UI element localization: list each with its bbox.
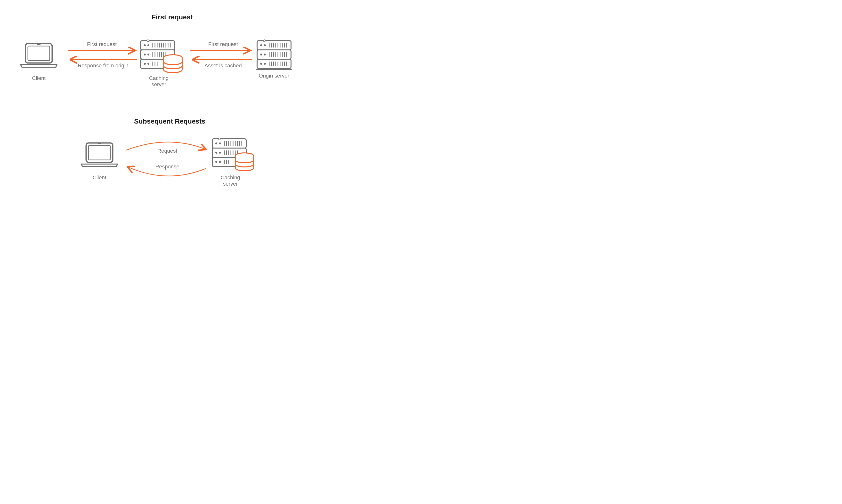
arrow-response: Response: [152, 164, 183, 170]
arrow-request: Request: [153, 148, 182, 154]
arrows-section2: [0, 0, 344, 206]
